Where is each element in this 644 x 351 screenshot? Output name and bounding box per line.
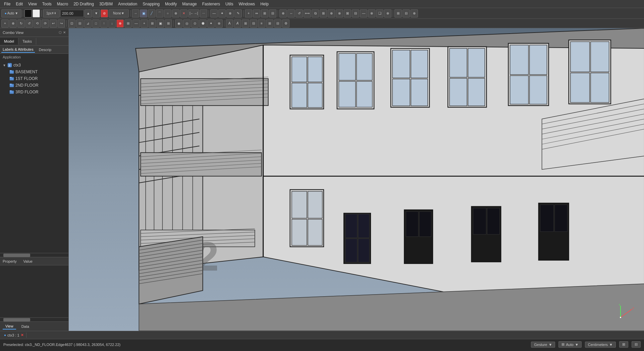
expand-btn[interactable]: ⊡: [68, 19, 75, 28]
menu-fasteners[interactable]: Fasteners: [200, 1, 223, 7]
tree-item-basement[interactable]: BASEMENT: [0, 69, 68, 75]
circle-btn[interactable]: ○: [164, 9, 171, 17]
array-btn[interactable]: ⊞: [320, 9, 327, 17]
add-btn[interactable]: +: [1, 19, 9, 28]
tab-close-btn[interactable]: ✕: [21, 333, 23, 337]
property-scrollbar-thumb[interactable]: [3, 318, 30, 321]
redo-btn[interactable]: ⟳: [42, 19, 49, 28]
italic-btn[interactable]: A: [234, 19, 241, 28]
group-btn[interactable]: ⊕: [328, 9, 335, 17]
format-btn[interactable]: ⊞: [242, 19, 249, 28]
menu-file[interactable]: File: [1, 1, 13, 7]
explode-btn[interactable]: ⊠: [344, 9, 351, 17]
tree-scrollbar-h[interactable]: [0, 253, 68, 257]
minus-btn[interactable]: —: [132, 19, 140, 28]
float-btn[interactable]: ⬡: [59, 31, 62, 34]
box-btn[interactable]: □: [92, 19, 100, 28]
clone-btn[interactable]: ❑: [376, 9, 383, 17]
snap8-btn[interactable]: ⊗: [215, 19, 223, 28]
offset-btn[interactable]: ⇔: [253, 9, 260, 17]
snap3-btn[interactable]: ◉: [175, 19, 182, 28]
add2-btn[interactable]: ⊕: [9, 19, 17, 28]
auto-mode-btn[interactable]: ● Auto ▼: [1, 9, 21, 17]
value-arrow-btn[interactable]: ▲: [85, 9, 92, 17]
extend-btn[interactable]: +: [245, 9, 252, 17]
undo2-btn[interactable]: ↩: [50, 19, 57, 28]
target-btn[interactable]: ⊕: [116, 19, 124, 28]
line-width-spinner[interactable]: 1px ⬆⬇: [43, 9, 60, 17]
snap-none-btn[interactable]: None ▼: [109, 9, 129, 17]
menu-annotation[interactable]: Annotation: [115, 1, 140, 7]
tab-view[interactable]: View: [3, 323, 16, 330]
arc-btn[interactable]: ⌒: [156, 9, 163, 17]
snap-btn[interactable]: ⊕: [172, 9, 179, 17]
tree-item-1st-floor[interactable]: 1ST FLOOR: [0, 75, 68, 82]
descrip-btn[interactable]: Descrip: [38, 47, 53, 52]
stack-btn[interactable]: ⊞: [124, 19, 132, 28]
snap5-btn[interactable]: ⊙: [191, 19, 199, 28]
rotate-btn[interactable]: ↺: [296, 9, 303, 17]
menu-3d-bim[interactable]: 3D/BIM: [97, 1, 115, 7]
menu-manage[interactable]: Manage: [179, 1, 199, 7]
mirror-btn[interactable]: ⟺: [304, 9, 311, 17]
property-scrollbar-h[interactable]: [0, 317, 68, 321]
grid3-btn[interactable]: ⊟: [274, 19, 281, 28]
dimension-btn[interactable]: |←→|: [188, 9, 199, 17]
copy-btn[interactable]: ⧉: [312, 9, 319, 17]
tree-item-3rd-floor[interactable]: 3RD FLOOR: [0, 89, 68, 95]
menu-help[interactable]: Help: [258, 1, 271, 7]
centimeters-btn[interactable]: Centimeters ▼: [585, 342, 616, 348]
snap6-btn[interactable]: ⬟: [199, 19, 207, 28]
pen-btn[interactable]: ✎: [234, 9, 242, 17]
view-mode-btn2[interactable]: ⊟: [632, 341, 641, 348]
plus-btn[interactable]: +: [141, 19, 148, 28]
tab-data[interactable]: Data: [19, 324, 32, 329]
trim-btn[interactable]: —: [210, 9, 218, 17]
down-btn[interactable]: ↓: [108, 19, 116, 28]
snap2-btn[interactable]: ✦: [218, 9, 226, 17]
cross-btn[interactable]: ✕: [180, 9, 187, 17]
ungroup-btn[interactable]: ⊗: [336, 9, 343, 17]
columns-btn[interactable]: ⊞: [266, 19, 273, 28]
text2-btn[interactable]: ⊟: [250, 19, 257, 28]
tab-model[interactable]: Model: [0, 38, 18, 45]
cursor-btn[interactable]: ⊕: [279, 9, 287, 17]
tree-root-ctx3[interactable]: ▼ 3 ctx3: [0, 62, 68, 69]
settings-btn[interactable]: ⚙: [282, 19, 289, 28]
refresh2-btn[interactable]: ↺: [25, 19, 33, 28]
table2-btn[interactable]: ⊟: [402, 9, 410, 17]
align2-btn[interactable]: ≡: [258, 19, 265, 28]
snap7-btn[interactable]: ✦: [207, 19, 215, 28]
more-btn[interactable]: ⊕: [411, 9, 418, 17]
value-input[interactable]: [60, 10, 84, 17]
grid2-btn[interactable]: ⊞: [149, 19, 156, 28]
labels-attributes-btn[interactable]: Labels & Attributes: [1, 47, 35, 53]
subtract-btn[interactable]: —: [360, 9, 367, 17]
redo2-btn[interactable]: ↪: [58, 19, 65, 28]
scale-btn[interactable]: ⊞: [261, 9, 268, 17]
scrollbar-thumb[interactable]: [3, 254, 30, 257]
menu-view[interactable]: View: [25, 1, 40, 7]
menu-macro[interactable]: Macro: [54, 1, 71, 7]
dotted-line-btn[interactable]: ···: [200, 9, 207, 17]
line-btn[interactable]: ╱: [148, 9, 155, 17]
menu-utils[interactable]: Utils: [223, 1, 236, 7]
value-arrow-down-btn[interactable]: ▼: [93, 9, 100, 17]
undo-btn[interactable]: ⟲: [34, 19, 41, 28]
menu-edit[interactable]: Edit: [13, 1, 25, 7]
3d-viewport[interactable]: 2: [69, 28, 644, 331]
merge-btn[interactable]: ⊟: [352, 9, 359, 17]
move2-btn[interactable]: ↔: [287, 9, 295, 17]
color-black-btn[interactable]: [24, 9, 32, 17]
point-btn[interactable]: ⊗: [226, 9, 234, 17]
menu-windows[interactable]: Windows: [236, 1, 258, 7]
menu-modify[interactable]: Modify: [162, 1, 179, 7]
auto-status-btn[interactable]: ⊞ Auto ▼: [558, 341, 582, 348]
select-btn[interactable]: ▣: [140, 9, 147, 17]
close-panel-btn[interactable]: ✕: [63, 31, 66, 34]
up-btn[interactable]: ↑: [100, 19, 108, 28]
menu-snapping[interactable]: Snapping: [140, 1, 162, 7]
ctx3-tab[interactable]: ● ctx3 : 1 ✕: [1, 333, 26, 338]
gesture-btn[interactable]: Gesture ▼: [531, 342, 555, 348]
intersect-btn[interactable]: ⊗: [368, 9, 375, 17]
